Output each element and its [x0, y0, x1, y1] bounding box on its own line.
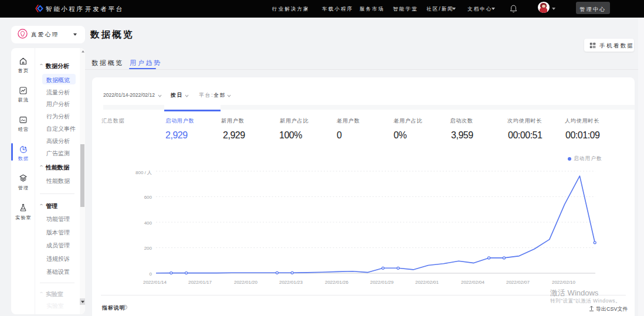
- svg-text:?: ?: [124, 305, 126, 309]
